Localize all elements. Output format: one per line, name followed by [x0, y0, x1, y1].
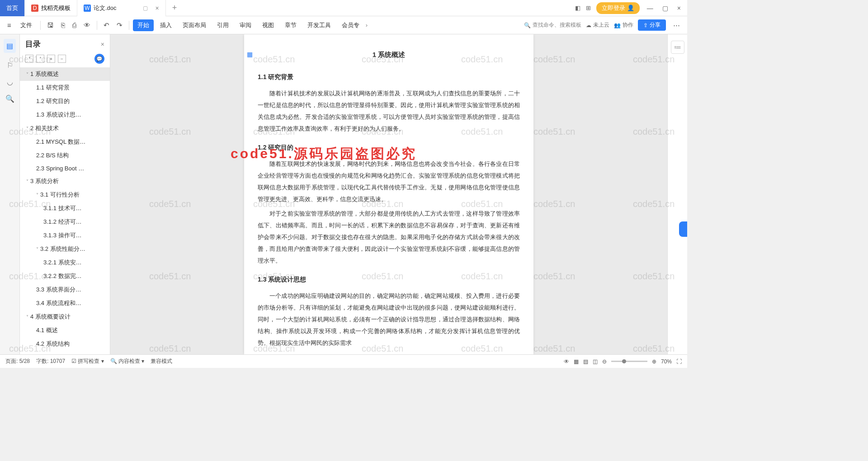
- outline-item[interactable]: ˅1 系统概述: [20, 67, 110, 81]
- ribbon-tab-dev[interactable]: 开发工具: [303, 19, 335, 31]
- outline-item[interactable]: 3.1.1 技术可…: [20, 202, 110, 215]
- ribbon-tab-insert[interactable]: 插入: [156, 19, 176, 31]
- login-button[interactable]: 立即登录👤: [596, 2, 640, 14]
- ribbon-tab-member[interactable]: 会员专: [337, 19, 364, 31]
- zoom-in-icon[interactable]: ⊕: [652, 358, 656, 365]
- side-tab[interactable]: [679, 221, 687, 237]
- chevron-down-icon: ˅: [26, 72, 28, 77]
- statusbar: 页面: 5/28 字数: 10707 ☑ 拼写检查 ▾ 🔍 内容检查 ▾ 兼容模…: [0, 354, 687, 368]
- word-count[interactable]: 字数: 10707: [36, 358, 65, 365]
- outline-item-label: 2.1 MYSQL 数据…: [36, 138, 85, 146]
- ribbon-tab-layout[interactable]: 页面布局: [178, 19, 211, 31]
- avatar-icon: 👤: [627, 5, 634, 11]
- outline-item[interactable]: ˅2 相关技术: [20, 122, 110, 135]
- ribbon-tab-chapter[interactable]: 章节: [280, 19, 301, 31]
- panel-close-icon[interactable]: ×: [101, 41, 104, 48]
- spellcheck-toggle[interactable]: ☑ 拼写检查 ▾: [71, 358, 104, 365]
- expand-all-icon[interactable]: ˅: [25, 55, 33, 63]
- outline-item[interactable]: 2.1 MYSQL 数据…: [20, 135, 110, 149]
- outline-item-label: 3.3 系统界面分…: [36, 286, 81, 294]
- doc-section-title: 1 系统概述: [258, 48, 520, 61]
- outline-item[interactable]: ˅4.3 数据库设计: [20, 351, 110, 354]
- view-web-icon[interactable]: ▤: [583, 358, 588, 365]
- ribbon-tab-start[interactable]: 开始: [133, 19, 154, 31]
- window-icon[interactable]: ▢: [142, 5, 149, 12]
- fit-icon[interactable]: ⛶: [676, 358, 682, 365]
- save-icon[interactable]: 🖫: [44, 19, 57, 31]
- tab-template[interactable]: D找稻壳模板: [25, 0, 77, 16]
- outline-item[interactable]: 1.3 系统设计思…: [20, 108, 110, 122]
- zoom-slider[interactable]: [611, 361, 647, 362]
- outline-item[interactable]: 4.2 系统结构: [20, 337, 110, 351]
- outline-item-label: 1.2 研究目的: [36, 97, 70, 105]
- print-icon[interactable]: ⎙: [70, 19, 79, 31]
- outline-title: 目录: [25, 39, 41, 49]
- window-close-icon[interactable]: ×: [675, 5, 683, 12]
- outline-item[interactable]: 3.1.3 操作可…: [20, 229, 110, 242]
- coop-button[interactable]: 👥协作: [614, 21, 633, 29]
- outline-item[interactable]: 3.2.2 数据完…: [20, 269, 110, 283]
- more-icon[interactable]: ⋯: [670, 19, 683, 31]
- outline-item[interactable]: ˅3.2 系统性能分…: [20, 242, 110, 256]
- doc-paragraph: 随着计算机技术的发展以及计算机网络的逐渐普及，互联网成为人们查找信息的重要场所，…: [258, 88, 520, 135]
- menu-icon[interactable]: ≡: [5, 19, 14, 31]
- maximize-icon[interactable]: ▢: [660, 5, 670, 12]
- bookmark-icon[interactable]: ◡: [7, 78, 13, 86]
- tab-new[interactable]: +: [166, 0, 184, 16]
- cloud-status[interactable]: ☁未上云: [586, 21, 609, 29]
- compat-mode[interactable]: 兼容模式: [151, 358, 172, 365]
- minimize-icon[interactable]: —: [645, 5, 655, 12]
- apps-icon[interactable]: ⊞: [586, 5, 591, 11]
- chat-icon[interactable]: 💬: [94, 54, 104, 64]
- outline-item[interactable]: 1.1 研究背景: [20, 81, 110, 94]
- pin-icon[interactable]: ⚐: [7, 61, 13, 70]
- outline-icon[interactable]: ▤: [4, 39, 16, 53]
- document-area[interactable]: ▦ 1 系统概述 1.1 研究背景 随着计算机技术的发展以及计算机网络的逐渐普及…: [110, 34, 667, 354]
- close-icon[interactable]: ×: [156, 5, 159, 12]
- page-indicator[interactable]: 页面: 5/28: [5, 358, 30, 365]
- outline-item[interactable]: 1.2 研究目的: [20, 94, 110, 108]
- tab-document[interactable]: W论文.doc▢×: [77, 0, 166, 16]
- outline-item[interactable]: ˅3 系统分析: [20, 174, 110, 188]
- saveas-icon[interactable]: ⎘: [58, 19, 68, 31]
- add-level-icon[interactable]: +: [47, 55, 55, 63]
- find-icon[interactable]: 🔍: [5, 94, 14, 103]
- outline-item[interactable]: ˅4 系统概要设计: [20, 310, 110, 324]
- outline-item[interactable]: 3.4 系统流程和…: [20, 296, 110, 310]
- search-icon: 🔍: [524, 22, 531, 28]
- panel-toggle-icon[interactable]: ≔: [671, 41, 684, 54]
- outline-item[interactable]: 2.2 B/S 结构: [20, 149, 110, 162]
- doc-paragraph: 一个成功的网站应明确建设网站的目的，确定网站的功能，确定网站规模、投入费用，进行…: [258, 290, 520, 349]
- collapse-all-icon[interactable]: ˄: [36, 55, 44, 63]
- zoom-out-icon[interactable]: ⊖: [602, 358, 607, 365]
- outline-item[interactable]: 3.1.2 经济可…: [20, 215, 110, 229]
- view-print-icon[interactable]: ▦: [574, 358, 579, 365]
- command-search[interactable]: 🔍查找命令、搜索模板: [524, 21, 581, 29]
- file-menu[interactable]: 文件: [16, 19, 37, 31]
- outline-item-label: 4 系统概要设计: [30, 313, 71, 321]
- outline-item-label: 4.3 数据库设计: [40, 353, 80, 354]
- outline-item[interactable]: 3.2.1 系统安…: [20, 256, 110, 269]
- ribbon-tab-view[interactable]: 视图: [258, 19, 278, 31]
- outline-item[interactable]: 2.3 Spring Boot …: [20, 162, 110, 174]
- view-eye-icon[interactable]: 👁: [564, 358, 569, 365]
- redo-icon[interactable]: ↷: [114, 19, 125, 31]
- outline-item[interactable]: 3.3 系统界面分…: [20, 283, 110, 296]
- share-button[interactable]: ⇪分享: [638, 19, 666, 31]
- ribbon-tab-ref[interactable]: 引用: [212, 19, 233, 31]
- undo-icon[interactable]: ↶: [101, 19, 112, 31]
- chevron-down-icon: ˅: [36, 247, 38, 252]
- zoom-level[interactable]: 70%: [661, 358, 672, 365]
- content-check[interactable]: 🔍 内容检查 ▾: [110, 358, 145, 365]
- chevron-down-icon: ˅: [36, 193, 38, 198]
- outline-item[interactable]: 4.1 概述: [20, 324, 110, 337]
- chevron-right-icon[interactable]: ›: [366, 22, 368, 28]
- outline-item[interactable]: ˅3.1 可行性分析: [20, 188, 110, 202]
- tab-home[interactable]: 首页: [0, 0, 25, 16]
- layout-icon[interactable]: ◧: [575, 5, 580, 11]
- ribbon-tab-review[interactable]: 审阅: [235, 19, 256, 31]
- cloud-icon: ☁: [586, 22, 591, 28]
- view-outline-icon[interactable]: ◫: [593, 358, 598, 365]
- preview-icon[interactable]: 👁: [81, 19, 93, 31]
- remove-level-icon[interactable]: −: [58, 55, 66, 63]
